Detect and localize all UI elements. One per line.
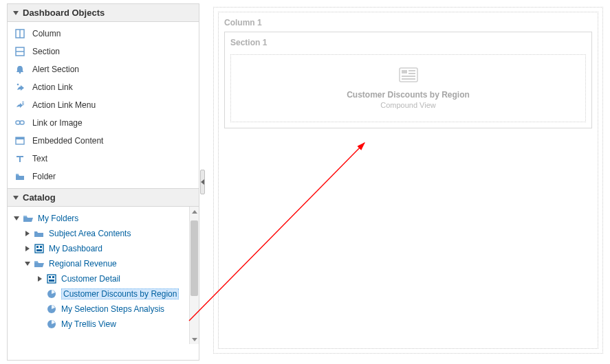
twisty-icon[interactable]: [36, 276, 43, 282]
tree-node-customer-detail[interactable]: Customer Detail: [12, 271, 195, 286]
object-label: Embedded Content: [32, 136, 103, 146]
catalog-header[interactable]: Catalog: [8, 188, 199, 207]
folder-icon: [34, 228, 45, 239]
splitter-handle-icon[interactable]: [200, 170, 205, 194]
svg-rect-15: [35, 244, 43, 253]
tree-label: Customer Detail: [61, 274, 120, 284]
tree-label: Customer Discounts by Region: [61, 288, 179, 299]
tree-label: My Trellis View: [61, 319, 116, 329]
tree-scrollbar[interactable]: [189, 207, 199, 344]
svg-rect-19: [34, 261, 38, 262]
svg-rect-22: [52, 276, 54, 278]
twisty-icon[interactable]: [24, 246, 31, 251]
svg-rect-23: [49, 280, 54, 282]
run-menu-icon: [14, 100, 25, 111]
panel-splitter[interactable]: [199, 3, 206, 361]
report-icon: [399, 67, 418, 84]
scroll-up-icon[interactable]: [190, 207, 199, 216]
tree-node-my-folders[interactable]: My Folders: [12, 211, 195, 226]
twisty-icon[interactable]: [24, 231, 31, 236]
twisty-icon[interactable]: [13, 216, 20, 220]
object-label: Link or Image: [32, 118, 83, 128]
dashboard-icon: [46, 273, 57, 284]
dashboard-canvas: Column 1 Section 1 Customer Discounts by…: [213, 7, 603, 354]
svg-rect-32: [402, 78, 415, 80]
object-alert-section[interactable]: Alert Section: [8, 60, 199, 78]
svg-rect-9: [16, 121, 20, 124]
svg-rect-10: [20, 121, 24, 124]
twisty-icon[interactable]: [24, 262, 31, 266]
tree-label: Regional Revenue: [49, 259, 117, 269]
svg-rect-13: [16, 174, 19, 175]
tree-label: My Folders: [38, 214, 78, 223]
object-text[interactable]: Text: [8, 150, 199, 168]
drop-subtitle: Compound View: [238, 101, 578, 109]
tree-node-customer-discounts[interactable]: Customer Discounts by Region: [12, 286, 195, 302]
canvas-section[interactable]: Section 1 Customer Discounts by Region C…: [224, 32, 592, 128]
object-column[interactable]: Column: [8, 25, 199, 43]
analysis-icon: [46, 319, 57, 330]
chevron-down-icon: [13, 196, 19, 200]
tree-node-selection-steps[interactable]: My Selection Steps Analysis: [12, 302, 195, 317]
text-icon: [14, 153, 25, 164]
scroll-down-icon[interactable]: [190, 334, 199, 344]
scroll-thumb[interactable]: [190, 220, 198, 296]
object-action-link[interactable]: Action Link: [8, 78, 199, 96]
folder-icon: [14, 171, 25, 182]
tree-label: My Selection Steps Analysis: [61, 304, 164, 314]
object-action-link-menu[interactable]: Action Link Menu: [8, 96, 199, 114]
svg-rect-31: [402, 76, 415, 77]
left-panel: Dashboard Objects Column Section Alert S…: [7, 3, 199, 361]
object-label: Column: [32, 29, 61, 38]
object-folder[interactable]: Folder: [8, 168, 199, 185]
tree-node-my-dashboard[interactable]: My Dashboard: [12, 241, 195, 256]
chevron-down-icon: [13, 11, 19, 15]
catalog-title: Catalog: [23, 192, 56, 203]
dashboard-objects-title: Dashboard Objects: [23, 8, 105, 18]
svg-rect-6: [22, 102, 24, 102]
svg-rect-20: [47, 275, 56, 283]
object-link-image[interactable]: Link or Image: [8, 114, 199, 132]
folder-open-icon: [34, 258, 45, 269]
section-icon: [14, 46, 25, 57]
svg-rect-7: [22, 103, 24, 104]
catalog-tree: My Folders Subject Area Contents My Dash…: [8, 207, 199, 344]
svg-rect-12: [16, 137, 24, 139]
svg-rect-8: [22, 104, 24, 105]
svg-rect-14: [23, 216, 27, 217]
svg-point-5: [17, 84, 19, 86]
tree-node-subject-area[interactable]: Subject Area Contents: [12, 226, 195, 241]
object-label: Alert Section: [32, 65, 79, 74]
svg-rect-16: [36, 246, 39, 248]
tree-label: My Dashboard: [49, 244, 102, 253]
svg-rect-17: [40, 246, 42, 248]
drop-title: Customer Discounts by Region: [238, 90, 578, 100]
object-section[interactable]: Section: [8, 43, 199, 60]
folder-open-icon: [23, 213, 34, 224]
tree-node-trellis[interactable]: My Trellis View: [12, 317, 195, 332]
section-title: Section 1: [230, 38, 586, 47]
dashboard-objects-list: Column Section Alert Section Action Link…: [8, 22, 199, 188]
svg-rect-21: [49, 276, 51, 278]
object-embedded-content[interactable]: Embedded Content: [8, 132, 199, 150]
link-icon: [14, 117, 25, 128]
object-label: Section: [32, 47, 60, 56]
svg-point-4: [19, 72, 21, 74]
section-dropzone[interactable]: Customer Discounts by Region Compound Vi…: [230, 54, 586, 122]
canvas-column[interactable]: Column 1 Section 1 Customer Discounts by…: [218, 12, 598, 349]
object-label: Action Link Menu: [32, 100, 96, 110]
bell-icon: [14, 64, 25, 75]
svg-rect-18: [36, 249, 42, 251]
object-label: Text: [32, 154, 47, 163]
object-label: Action Link: [32, 82, 73, 92]
svg-rect-29: [409, 70, 415, 71]
tree-label: Subject Area Contents: [49, 229, 131, 238]
object-label: Folder: [32, 172, 56, 181]
analysis-icon: [46, 304, 57, 315]
tree-node-regional-revenue[interactable]: Regional Revenue: [12, 256, 195, 271]
svg-rect-30: [409, 73, 415, 74]
column-title: Column 1: [224, 18, 592, 27]
dashboard-objects-header[interactable]: Dashboard Objects: [8, 4, 199, 22]
svg-rect-28: [402, 70, 407, 73]
run-icon: [14, 82, 25, 93]
